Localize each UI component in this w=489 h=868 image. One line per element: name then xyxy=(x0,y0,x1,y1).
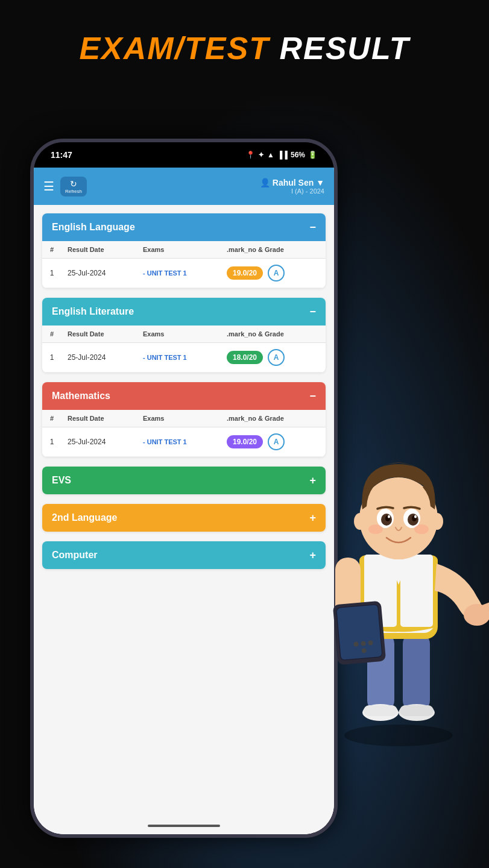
status-bar: 11:47 📍 ✦ ▲ ▐▐ 56% 🔋 xyxy=(34,142,334,168)
svg-rect-30 xyxy=(336,605,382,660)
result-table-mathematics: # Result Date Exams .mark_no & Grade 1 2… xyxy=(42,410,326,457)
refresh-button[interactable]: ↻ Refresh xyxy=(60,177,87,197)
subject-header-mathematics[interactable]: Mathematics − xyxy=(42,382,326,410)
row-date: 25-Jul-2024 xyxy=(62,343,137,373)
refresh-label: Refresh xyxy=(65,189,82,194)
row-date: 25-Jul-2024 xyxy=(62,259,137,288)
character-illustration xyxy=(302,398,489,747)
mark-badge: 19.0/20 xyxy=(227,266,263,280)
svg-point-23 xyxy=(414,515,417,518)
status-icons: 📍 ✦ ▲ ▐▐ 56% 🔋 xyxy=(246,151,317,159)
signal-icon: ▐▐ xyxy=(277,151,288,159)
phone-frame: 11:47 📍 ✦ ▲ ▐▐ 56% 🔋 ☰ ↻ Refresh 👤 Rahul… xyxy=(30,139,338,838)
svg-point-26 xyxy=(354,513,366,530)
subject-header-english-language[interactable]: English Language − xyxy=(42,213,326,241)
row-exam[interactable]: - UNIT TEST 1 xyxy=(137,259,221,288)
row-num: 1 xyxy=(42,343,62,373)
row-num: 1 xyxy=(42,427,62,457)
result-table-english-literature: # Result Date Exams .mark_no & Grade 1 2… xyxy=(42,326,326,373)
user-class: I (A) - 2024 xyxy=(260,187,324,195)
svg-rect-10 xyxy=(400,555,433,627)
table-header-row: # Result Date Exams .mark_no & Grade xyxy=(42,410,326,427)
subject-name-evs: EVS xyxy=(52,475,71,486)
scroll-area[interactable]: English Language − # Result Date Exams .… xyxy=(34,205,334,834)
col-mark-grade: .mark_no & Grade xyxy=(221,326,326,343)
row-mark-grade: 18.0/20 A xyxy=(221,343,326,373)
subject-name-2nd-language: 2nd Language xyxy=(52,512,117,523)
wifi-icon: ▲ xyxy=(267,151,274,159)
collapse-btn-english-literature[interactable]: − xyxy=(309,306,316,317)
status-time: 11:47 xyxy=(51,150,72,160)
phone-screen: ☰ ↻ Refresh 👤 Rahul Sen ▼ I (A) - 2024 E… xyxy=(34,168,334,834)
row-mark-grade: 19.0/20 A xyxy=(221,259,326,288)
hamburger-menu[interactable]: ☰ xyxy=(43,179,54,193)
mark-badge: 18.0/20 xyxy=(227,351,263,364)
app-header: ☰ ↻ Refresh 👤 Rahul Sen ▼ I (A) - 2024 xyxy=(34,168,334,205)
subject-card-evs: EVS + xyxy=(42,467,326,494)
svg-point-25 xyxy=(414,524,429,534)
mark-grade-cell: 18.0/20 A xyxy=(227,349,320,366)
subject-name-mathematics: Mathematics xyxy=(52,391,110,401)
subject-name-english-language: English Language xyxy=(52,222,135,233)
col-num: # xyxy=(42,410,62,427)
battery-icon: 🔋 xyxy=(308,151,317,159)
subject-card-2nd-language: 2nd Language + xyxy=(42,504,326,532)
user-icon: 👤 xyxy=(260,178,273,187)
col-exams: Exams xyxy=(137,410,221,427)
svg-rect-2 xyxy=(403,633,430,711)
svg-rect-6 xyxy=(400,705,434,716)
col-mark-grade: .mark_no & Grade xyxy=(221,241,326,259)
subject-name-computer: Computer xyxy=(52,550,98,561)
svg-point-0 xyxy=(344,725,453,746)
home-indicator xyxy=(148,825,220,827)
col-num: # xyxy=(42,241,62,259)
row-date: 25-Jul-2024 xyxy=(62,427,137,457)
title-result: RESULT xyxy=(270,31,410,66)
result-table-english-language: # Result Date Exams .mark_no & Grade 1 2… xyxy=(42,241,326,288)
svg-point-22 xyxy=(388,515,390,518)
svg-rect-4 xyxy=(364,705,397,716)
subject-name-english-literature: English Literature xyxy=(52,306,134,317)
col-exams: Exams xyxy=(137,326,221,343)
col-date: Result Date xyxy=(62,241,137,259)
subject-card-computer: Computer + xyxy=(42,541,326,569)
page-title: EXAM/TEST RESULT xyxy=(0,30,489,66)
header-right: 👤 Rahul Sen ▼ I (A) - 2024 xyxy=(260,178,324,195)
user-name: 👤 Rahul Sen ▼ xyxy=(260,178,324,187)
subject-card-english-language: English Language − # Result Date Exams .… xyxy=(42,213,326,288)
character-svg xyxy=(302,398,489,747)
collapse-btn-english-language[interactable]: − xyxy=(309,222,316,233)
grade-badge: A xyxy=(268,265,285,281)
row-num: 1 xyxy=(42,259,62,288)
col-date: Result Date xyxy=(62,326,137,343)
row-exam[interactable]: - UNIT TEST 1 xyxy=(137,343,221,373)
location-icon: 📍 xyxy=(246,151,255,159)
subject-card-mathematics: Mathematics − # Result Date Exams .mark_… xyxy=(42,382,326,457)
col-num: # xyxy=(42,326,62,343)
grade-badge: A xyxy=(268,349,285,366)
bluetooth-icon: ✦ xyxy=(258,151,264,159)
col-exams: Exams xyxy=(137,241,221,259)
refresh-icon: ↻ xyxy=(70,179,77,189)
subject-header-2nd-language[interactable]: 2nd Language + xyxy=(42,504,326,532)
subject-header-computer[interactable]: Computer + xyxy=(42,541,326,569)
grade-badge: A xyxy=(268,433,285,450)
table-row: 1 25-Jul-2024 - UNIT TEST 1 19.0/20 A xyxy=(42,259,326,288)
title-exam: EXAM/TEST xyxy=(79,31,270,66)
col-date: Result Date xyxy=(62,410,137,427)
subject-card-english-literature: English Literature − # Result Date Exams… xyxy=(42,298,326,373)
mark-grade-cell: 19.0/20 A xyxy=(227,265,320,281)
subject-header-english-literature[interactable]: English Literature − xyxy=(42,298,326,326)
row-exam[interactable]: - UNIT TEST 1 xyxy=(137,427,221,457)
svg-point-27 xyxy=(431,513,443,530)
header-left: ☰ ↻ Refresh xyxy=(43,177,87,197)
svg-point-24 xyxy=(368,524,383,534)
table-row: 1 25-Jul-2024 - UNIT TEST 1 19.0/20 A xyxy=(42,427,326,457)
subject-header-evs[interactable]: EVS + xyxy=(42,467,326,494)
battery-level: 56% xyxy=(291,151,305,159)
table-header-row: # Result Date Exams .mark_no & Grade xyxy=(42,326,326,343)
mark-badge: 19.0/20 xyxy=(227,435,263,448)
table-row: 1 25-Jul-2024 - UNIT TEST 1 18.0/20 A xyxy=(42,343,326,373)
table-header-row: # Result Date Exams .mark_no & Grade xyxy=(42,241,326,259)
